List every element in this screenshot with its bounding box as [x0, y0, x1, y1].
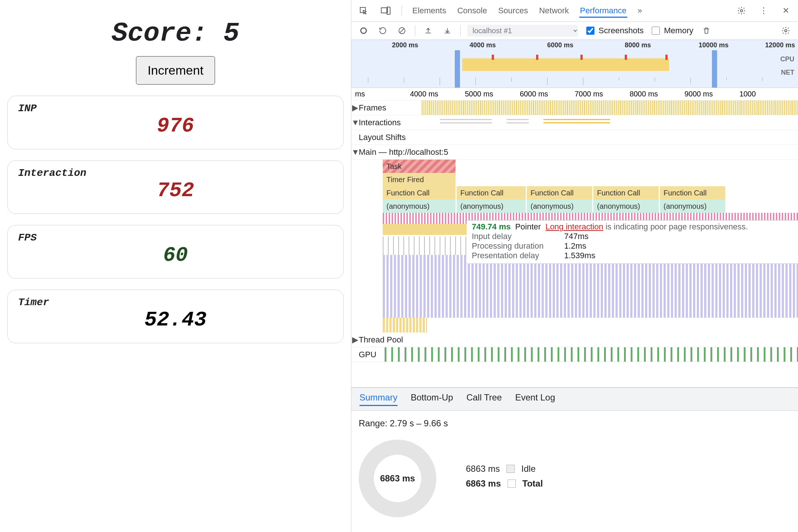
increment-button[interactable]: Increment	[136, 56, 215, 85]
overview-tick: 8000 ms	[625, 41, 651, 49]
tooltip-pointer: Pointer	[515, 222, 541, 231]
flame-row[interactable]: (anonymous) (anonymous) (anonymous) (ano…	[383, 200, 798, 213]
total-swatch	[508, 480, 516, 488]
expand-icon[interactable]: ▶	[351, 335, 359, 345]
flame-fn[interactable]: Function Call	[457, 186, 527, 200]
upload-trace-icon[interactable]	[422, 25, 434, 37]
inp-label: INP	[18, 103, 333, 114]
thread-pool-track[interactable]: ▶ Thread Pool	[351, 332, 798, 347]
memory-checkbox[interactable]: Memory	[650, 25, 693, 36]
details-tab-bottomup[interactable]: Bottom-Up	[411, 392, 453, 406]
flame-fn[interactable]: Function Call	[660, 186, 726, 200]
long-task-marker	[536, 55, 538, 60]
overview-tick: 4000 ms	[470, 41, 496, 49]
inspect-icon[interactable]	[357, 5, 370, 17]
screenshots-check-label: Screenshots	[598, 26, 644, 35]
download-trace-icon[interactable]	[441, 25, 454, 37]
screenshot-strip	[351, 73, 798, 88]
input-delay-value: 747ms	[564, 232, 589, 241]
summary-legend: 6863 ms Idle 6863 ms Total	[466, 464, 543, 493]
flame-fn[interactable]: Function Call	[593, 186, 660, 200]
pres-delay-value: 1.539ms	[564, 251, 595, 260]
flame-anon[interactable]: (anonymous)	[457, 200, 527, 213]
time-ruler: ms 4000 ms 5000 ms 6000 ms 7000 ms 8000 …	[351, 88, 798, 100]
score-heading: Score: 5	[7, 18, 344, 49]
interaction-bar[interactable]	[507, 119, 529, 123]
tab-elements[interactable]: Elements	[412, 4, 447, 18]
flame-row[interactable]: Task	[383, 160, 798, 173]
gpu-track[interactable]: GPU	[351, 347, 798, 362]
flame-row[interactable]: Function Call Function Call Function Cal…	[383, 186, 798, 200]
memory-check-input[interactable]	[652, 27, 660, 35]
collapse-icon[interactable]: ▼	[351, 147, 359, 157]
summary-donut: 6863 ms	[359, 440, 436, 517]
interaction-value: 752	[18, 179, 333, 202]
device-toggle-icon[interactable]	[379, 5, 392, 17]
interaction-bar[interactable]	[440, 119, 492, 123]
total-time: 6863 ms	[466, 478, 501, 489]
tab-console[interactable]: Console	[457, 4, 488, 18]
flame-chart[interactable]: ms 4000 ms 5000 ms 6000 ms 7000 ms 8000 …	[351, 88, 798, 388]
frames-track[interactable]: ▶ Frames	[351, 100, 798, 115]
clear-icon[interactable]	[396, 25, 408, 37]
frames-label: Frames	[359, 103, 422, 113]
screenshots-checkbox[interactable]: Screenshots	[585, 25, 644, 36]
ruler-tick: ms	[355, 90, 410, 98]
overview-tick: 10000 ms	[699, 41, 729, 49]
flame-fn[interactable]: Function Call	[383, 186, 457, 200]
summary-range: Range: 2.79 s – 9.66 s	[359, 418, 791, 429]
overview-timeline[interactable]: 2000 ms 4000 ms 6000 ms 8000 ms 10000 ms…	[351, 40, 798, 88]
proc-duration-label: Processing duration	[472, 241, 564, 251]
main-track-header[interactable]: ▼ Main — http://localhost:5	[351, 145, 798, 160]
overview-cpu-label: CPU	[780, 55, 794, 63]
overview-tick: 6000 ms	[547, 41, 573, 49]
interactions-track[interactable]: ▼ Interactions	[351, 115, 798, 130]
tab-more[interactable]: »	[637, 4, 643, 18]
overview-tick: 12000 ms	[765, 41, 795, 49]
long-task-marker	[625, 55, 627, 60]
svg-point-3	[740, 10, 743, 12]
flame-fn[interactable]: Function Call	[527, 186, 593, 200]
ruler-tick: 9000 ms	[685, 90, 740, 98]
capture-settings-gear-icon[interactable]	[780, 25, 792, 37]
perf-toolbar: localhost #1 Screenshots Memory	[351, 22, 798, 40]
idle-swatch	[507, 465, 515, 473]
tab-performance[interactable]: Performance	[579, 4, 627, 18]
flame-task[interactable]: Task	[383, 160, 457, 173]
details-tab-summary[interactable]: Summary	[359, 392, 398, 406]
inp-value: 976	[18, 114, 333, 138]
layout-shifts-track[interactable]: Layout Shifts	[351, 130, 798, 145]
settings-gear-icon[interactable]	[735, 5, 748, 17]
flame-timer[interactable]: Timer Fired	[383, 173, 457, 186]
flame-row[interactable]: Timer Fired	[383, 173, 798, 186]
donut-value: 6863 ms	[380, 473, 415, 484]
kebab-menu-icon[interactable]: ⋮	[757, 5, 770, 17]
ruler-tick: 6000 ms	[520, 90, 575, 98]
tooltip-link[interactable]: Long interaction	[545, 222, 603, 231]
flame-anon[interactable]: (anonymous)	[593, 200, 660, 213]
reload-record-icon[interactable]	[376, 25, 389, 37]
tab-network[interactable]: Network	[538, 4, 570, 18]
gc-icon[interactable]	[700, 25, 713, 37]
tab-sources[interactable]: Sources	[497, 4, 529, 18]
divider	[415, 25, 415, 36]
profile-select[interactable]: localhost #1	[467, 25, 578, 37]
flame-anon[interactable]: (anonymous)	[660, 200, 726, 213]
details-tab-eventlog[interactable]: Event Log	[515, 392, 555, 406]
screenshots-check-input[interactable]	[586, 27, 594, 35]
close-icon[interactable]: ✕	[780, 5, 792, 17]
main-label: Main — http://localhost:5	[359, 147, 470, 157]
ruler-tick: 4000 ms	[410, 90, 465, 98]
record-button[interactable]	[357, 25, 370, 37]
idle-label: Idle	[521, 464, 536, 474]
gpu-label: GPU	[359, 350, 385, 359]
flame-anon[interactable]: (anonymous)	[383, 200, 457, 213]
layout-shifts-label: Layout Shifts	[359, 133, 422, 142]
collapse-icon[interactable]: ▼	[351, 118, 359, 127]
details-tab-calltree[interactable]: Call Tree	[466, 392, 502, 406]
interaction-bar-active[interactable]	[543, 119, 610, 123]
expand-icon[interactable]: ▶	[351, 103, 359, 113]
flame-anon[interactable]: (anonymous)	[527, 200, 593, 213]
flame-row-misc	[383, 255, 798, 318]
devtools-tabs: Elements Console Sources Network Perform…	[351, 0, 798, 22]
